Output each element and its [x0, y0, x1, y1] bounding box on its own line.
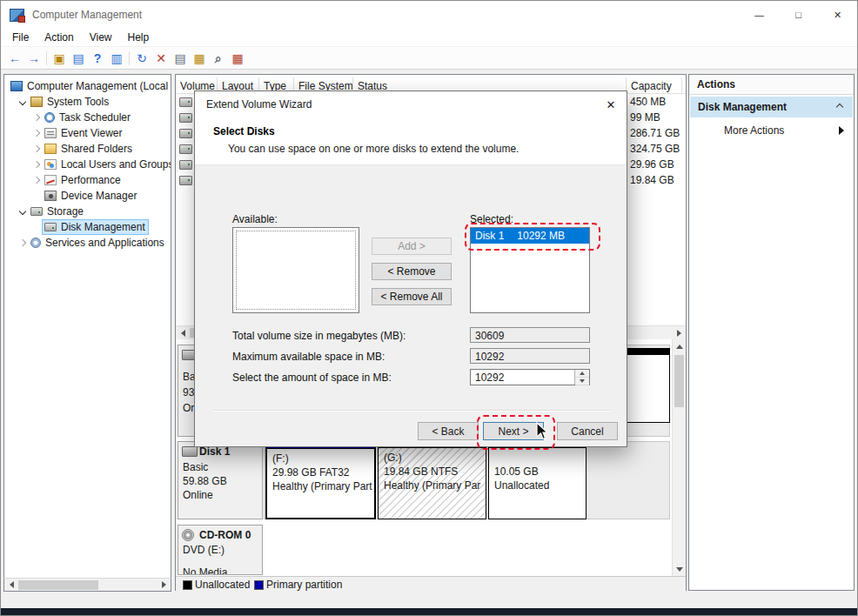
- arrow-right-icon: [839, 126, 844, 135]
- partition-unallocated[interactable]: 10.05 GB Unallocated: [488, 441, 587, 519]
- maximize-button[interactable]: □: [779, 1, 818, 29]
- cancel-button[interactable]: Cancel: [557, 422, 618, 440]
- tree-horizontal-scrollbar[interactable]: [3, 578, 171, 592]
- partition-g[interactable]: (G:) 19.84 GB NTFS Healthy (Primary Par: [378, 441, 486, 519]
- disk-management-icon: [44, 223, 57, 231]
- disk-icon: [182, 446, 198, 457]
- expander-icon[interactable]: [30, 177, 43, 183]
- expander-icon[interactable]: [30, 146, 43, 151]
- dialog-subtitle: You can use space on one or more disks t…: [228, 143, 519, 155]
- remove-button[interactable]: < Remove: [372, 263, 452, 280]
- scroll-right-icon[interactable]: [157, 579, 171, 591]
- computer-management-window: Computer Management — □ ✕ File Action Vi…: [0, 0, 858, 616]
- space-amount-input[interactable]: 10292: [470, 369, 590, 385]
- scroll-right-icon[interactable]: [672, 327, 686, 339]
- scroll-down-icon[interactable]: [673, 562, 687, 576]
- forward-icon[interactable]: →: [24, 50, 44, 67]
- tree-item-device-manager[interactable]: Device Manager: [4, 188, 171, 204]
- delete-icon[interactable]: ✕: [151, 50, 171, 67]
- cd-rom-icon: [182, 529, 194, 541]
- refresh-icon[interactable]: ↻: [132, 50, 151, 67]
- tree-item-local-users-groups[interactable]: Local Users and Groups: [4, 157, 171, 172]
- available-listbox[interactable]: [232, 227, 359, 313]
- menu-help[interactable]: Help: [120, 30, 158, 45]
- add-button[interactable]: Add >: [372, 238, 452, 255]
- expander-icon[interactable]: [30, 131, 43, 136]
- users-icon: [44, 159, 57, 170]
- back-button[interactable]: < Back: [418, 422, 479, 440]
- find-icon[interactable]: ⌕: [209, 50, 228, 67]
- extend-volume-wizard-dialog: Extend Volume Wizard ✕ Select Disks You …: [194, 90, 627, 447]
- tree-item-services-applications[interactable]: Services and Applications: [4, 235, 171, 251]
- spinner: [574, 370, 589, 385]
- total-size-value[interactable]: 30609: [470, 327, 590, 343]
- selected-disk-item[interactable]: Disk 1 10292 MB: [471, 228, 589, 244]
- minimize-button[interactable]: —: [740, 1, 779, 29]
- available-label: Available:: [232, 213, 278, 225]
- title-bar: Computer Management — □ ✕: [1, 1, 857, 29]
- scrollbar-thumb[interactable]: [674, 355, 684, 407]
- menu-view[interactable]: View: [82, 30, 120, 45]
- dialog-header: Select Disks You can use space on one or…: [195, 117, 627, 165]
- menu-action[interactable]: Action: [37, 30, 81, 45]
- graphical-view-vertical-scrollbar[interactable]: [672, 339, 686, 576]
- cdrom-label[interactable]: CD-ROM 0 DVD (E:) No Media: [178, 525, 263, 575]
- tree-item-performance[interactable]: Performance: [4, 172, 171, 188]
- tree-item-disk-management[interactable]: Disk Management: [4, 219, 171, 235]
- help-icon[interactable]: ?: [88, 50, 107, 67]
- shared-folders-icon: [44, 144, 57, 154]
- menu-bar: File Action View Help: [1, 29, 857, 47]
- tree-item-system-tools[interactable]: System Tools: [4, 94, 171, 110]
- back-icon[interactable]: ←: [5, 50, 24, 67]
- spin-down-icon[interactable]: [575, 378, 589, 385]
- expander-icon[interactable]: [17, 99, 29, 104]
- tree-item-computer-management[interactable]: Computer Management (Local: [4, 78, 171, 94]
- selected-listbox[interactable]: Disk 1 10292 MB: [470, 227, 590, 313]
- expander-icon[interactable]: [17, 209, 29, 214]
- export-icon[interactable]: ▣: [50, 50, 69, 67]
- next-button[interactable]: Next >: [483, 422, 544, 440]
- actions-title: Actions: [689, 75, 854, 95]
- expander-icon[interactable]: [30, 115, 43, 120]
- volume-icon: [179, 160, 192, 170]
- column-capacity[interactable]: Capacity: [627, 77, 682, 93]
- close-button[interactable]: ✕: [818, 1, 857, 29]
- mouse-cursor: [536, 422, 550, 441]
- dialog-title: Extend Volume Wizard: [206, 98, 312, 110]
- toolbar-separator: [129, 51, 130, 65]
- menu-file[interactable]: File: [4, 30, 37, 45]
- dialog-close-icon[interactable]: ✕: [595, 91, 627, 117]
- primary-partition-swatch: [254, 580, 264, 590]
- tree-item-event-viewer[interactable]: Event Viewer: [4, 125, 171, 141]
- computer-management-icon: [10, 9, 24, 22]
- disk1-label[interactable]: Disk 1 Basic 59.88 GB Online: [178, 441, 263, 519]
- chevron-up-icon[interactable]: [836, 104, 843, 110]
- open-icon[interactable]: ▦: [190, 50, 209, 67]
- tree-item-shared-folders[interactable]: Shared Folders: [4, 141, 171, 157]
- volume-icon: [179, 144, 192, 154]
- remove-all-button[interactable]: < Remove All: [372, 288, 452, 305]
- selected-label: Selected:: [470, 213, 513, 225]
- expander-icon[interactable]: [30, 162, 43, 167]
- max-space-value[interactable]: 10292: [470, 348, 590, 364]
- volume-icon: [179, 97, 192, 107]
- properties-icon[interactable]: ▤: [171, 50, 190, 67]
- toolbar: ← → ▣ ▤ ? ▥ ↻ ✕ ▤ ▦ ⌕ ▦: [1, 47, 857, 70]
- snapin-icon[interactable]: ▦: [228, 50, 247, 67]
- scroll-left-icon[interactable]: [176, 327, 190, 339]
- spin-up-icon[interactable]: [575, 370, 589, 378]
- tree-item-storage[interactable]: Storage: [4, 204, 171, 219]
- desktop-strip: [1, 608, 857, 616]
- volume-icon: [179, 176, 192, 185]
- actions-more-actions[interactable]: More Actions: [690, 121, 853, 140]
- volume-icon: [179, 113, 192, 123]
- expander-icon[interactable]: [17, 240, 29, 245]
- actions-disk-management[interactable]: Disk Management: [690, 97, 853, 117]
- partition-f[interactable]: (F:) 29.98 GB FAT32 Healthy (Primary Par…: [265, 441, 376, 519]
- scroll-up-icon[interactable]: [673, 339, 687, 353]
- scroll-left-icon[interactable]: [4, 579, 18, 591]
- window-icon[interactable]: ▤: [69, 50, 88, 67]
- console-tree-icon[interactable]: ▥: [107, 50, 126, 67]
- tree-item-task-scheduler[interactable]: Task Scheduler: [4, 110, 171, 125]
- scrollbar-thumb[interactable]: [18, 580, 98, 590]
